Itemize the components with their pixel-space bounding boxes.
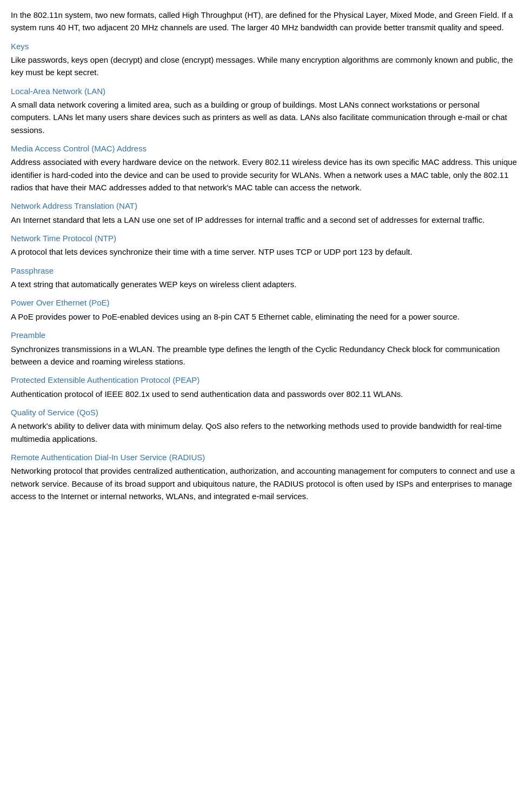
term-body-preamble: Synchronizes transmissions in a WLAN. Th… [11, 343, 521, 368]
term-section-qos: Quality of Service (QoS)A network's abil… [11, 407, 521, 445]
term-heading-mac: Media Access Control (MAC) Address [11, 143, 521, 155]
term-body-keys: Like passwords, keys open (decrypt) and … [11, 54, 521, 79]
term-heading-poe: Power Over Ethernet (PoE) [11, 297, 521, 309]
intro-text: In the 802.11n system, two new formats, … [11, 9, 521, 34]
term-section-mac: Media Access Control (MAC) AddressAddres… [11, 143, 521, 194]
term-heading-preamble: Preamble [11, 329, 521, 342]
term-heading-passphrase: Passphrase [11, 265, 521, 277]
term-section-poe: Power Over Ethernet (PoE)A PoE provides … [11, 297, 521, 323]
term-section-nat: Network Address Translation (NAT)An Inte… [11, 200, 521, 226]
term-section-lan: Local-Area Network (LAN)A small data net… [11, 85, 521, 136]
terms-list: KeysLike passwords, keys open (decrypt) … [11, 41, 521, 503]
term-section-preamble: PreambleSynchronizes transmissions in a … [11, 329, 521, 368]
term-body-radius: Networking protocol that provides centra… [11, 465, 521, 502]
term-body-poe: A PoE provides power to PoE-enabled devi… [11, 310, 521, 323]
term-section-ntp: Network Time Protocol (NTP)A protocol th… [11, 233, 521, 258]
term-heading-keys: Keys [11, 41, 521, 53]
term-heading-qos: Quality of Service (QoS) [11, 407, 521, 419]
term-section-keys: KeysLike passwords, keys open (decrypt) … [11, 41, 521, 79]
term-heading-peap: Protected Extensible Authentication Prot… [11, 374, 521, 387]
term-heading-lan: Local-Area Network (LAN) [11, 85, 521, 98]
intro-section: In the 802.11n system, two new formats, … [11, 9, 521, 34]
term-body-peap: Authentication protocol of IEEE 802.1x u… [11, 388, 521, 400]
term-section-passphrase: PassphraseA text string that automatical… [11, 265, 521, 291]
term-body-ntp: A protocol that lets devices synchronize… [11, 246, 521, 258]
term-body-passphrase: A text string that automatically generat… [11, 278, 521, 290]
term-body-nat: An Internet standard that lets a LAN use… [11, 214, 521, 226]
term-body-qos: A network's ability to deliver data with… [11, 420, 521, 445]
term-section-radius: Remote Authentication Dial-In User Servi… [11, 452, 521, 502]
term-body-mac: Address associated with every hardware d… [11, 156, 521, 194]
term-body-lan: A small data network covering a limited … [11, 98, 521, 136]
term-section-peap: Protected Extensible Authentication Prot… [11, 374, 521, 400]
term-heading-radius: Remote Authentication Dial-In User Servi… [11, 452, 521, 464]
term-heading-ntp: Network Time Protocol (NTP) [11, 233, 521, 245]
term-heading-nat: Network Address Translation (NAT) [11, 200, 521, 213]
